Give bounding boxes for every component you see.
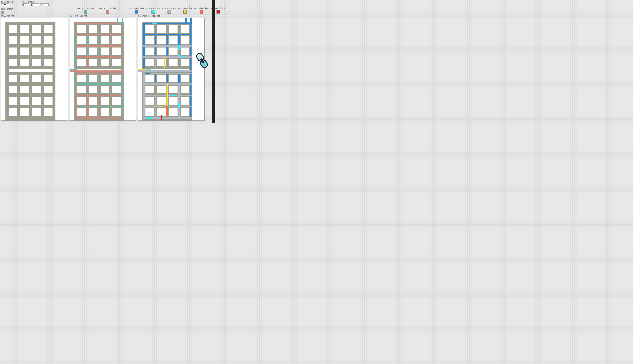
fiber-front-swatch[interactable] [84, 10, 87, 14]
svg-rect-38 [112, 25, 121, 33]
svg-rect-61 [89, 97, 97, 104]
svg-rect-21 [44, 74, 52, 82]
svg-rect-96 [169, 97, 178, 104]
svg-rect-70 [157, 25, 166, 33]
range-label: <120 数据点 灰色 [162, 7, 176, 10]
zoom-control-group: 输入：放大倍数 ▲▼ [1, 0, 14, 6]
svg-rect-25 [44, 86, 52, 94]
chevron-up-icon[interactable]: ▲ [22, 4, 24, 5]
pipe-color-swatch[interactable] [1, 11, 4, 14]
pan-x-input[interactable] [32, 4, 39, 6]
fiber-back-swatch[interactable] [106, 10, 109, 14]
svg-rect-95 [157, 97, 166, 104]
svg-rect-72 [181, 25, 189, 33]
svg-rect-46 [112, 48, 121, 55]
zoom-spinner[interactable]: ▲▼ [1, 4, 10, 6]
range-swatch [168, 10, 171, 14]
svg-rect-36 [89, 25, 97, 33]
chevron-down-icon[interactable]: ▼ [31, 5, 32, 6]
data-range-legend: <-300 数据点 蓝色 <-120 数据点 青色 <120 数据点 灰色 <4… [130, 7, 226, 14]
range-swatch [135, 10, 138, 14]
svg-rect-39 [77, 36, 86, 44]
svg-rect-55 [112, 74, 121, 82]
svg-rect-60 [77, 97, 86, 104]
svg-rect-78 [157, 48, 166, 55]
svg-rect-93 [181, 86, 189, 94]
svg-rect-33 [44, 108, 52, 116]
svg-rect-73 [146, 36, 154, 44]
range-label: <400 数据点 黄色 [178, 7, 192, 10]
pan-index-spinner[interactable]: ▲▼ [22, 4, 29, 6]
svg-rect-58 [100, 86, 109, 94]
pipe-color-group: 选择：管道颜色 [1, 8, 14, 14]
panel-3[interactable] [138, 18, 204, 120]
panel-2[interactable] [69, 18, 136, 120]
svg-rect-62 [100, 97, 109, 104]
svg-rect-14 [20, 59, 29, 66]
panels-row: 显示：管道 分布 [0, 15, 215, 120]
svg-rect-92 [169, 86, 178, 94]
chevron-up-icon[interactable]: ▲ [31, 4, 32, 5]
pan-x-spinner[interactable]: ▲▼ [30, 4, 39, 6]
svg-rect-94 [146, 97, 154, 104]
svg-rect-91 [157, 86, 166, 94]
svg-rect-16 [44, 59, 52, 66]
panel-1-title: 显示：管道 分布 [1, 15, 68, 17]
chevron-down-icon[interactable]: ▼ [22, 5, 24, 6]
app-root: 输入：放大倍数 ▲▼ 输入：平移图像 ▲▼ ▲▼ ▲ [0, 0, 215, 123]
pan-label: 输入：平移图像 [22, 0, 48, 3]
legend-row: 选择：管道颜色 选择：光纤 - 前段 颜色 选择：光纤 - 后段 颜色 <-30… [0, 6, 215, 15]
svg-rect-84 [181, 59, 189, 66]
svg-rect-48 [89, 59, 97, 66]
panel-3-svg [138, 18, 204, 120]
svg-rect-86 [146, 74, 154, 82]
svg-rect-29 [44, 97, 52, 104]
pan-control-group: 输入：平移图像 ▲▼ ▲▼ ▲▼ [22, 0, 48, 6]
svg-rect-10 [20, 48, 29, 55]
svg-rect-88 [169, 74, 178, 82]
svg-rect-76 [181, 36, 189, 44]
svg-rect-19 [20, 74, 29, 82]
chevron-down-icon[interactable]: ▼ [1, 5, 3, 6]
range-label: <-120 数据点 青色 [146, 7, 160, 10]
svg-rect-74 [157, 36, 166, 44]
svg-rect-53 [89, 74, 97, 82]
range-swatch [200, 10, 203, 14]
svg-rect-22 [9, 86, 17, 94]
svg-rect-50 [112, 59, 121, 66]
svg-rect-67 [112, 108, 121, 116]
svg-rect-56 [77, 86, 86, 94]
svg-rect-37 [100, 25, 109, 33]
svg-rect-81 [146, 59, 154, 66]
svg-rect-87 [157, 74, 166, 82]
svg-rect-13 [9, 59, 17, 66]
svg-rect-4 [44, 25, 52, 33]
pan-y-input[interactable] [42, 4, 48, 6]
panel-2-title: 显示：管道+光纤 分布 [69, 15, 136, 17]
range-swatch [184, 10, 187, 14]
range-swatch [216, 10, 220, 14]
svg-rect-31 [20, 108, 29, 116]
pan-y-spinner[interactable]: ▲▼ [40, 4, 48, 6]
svg-rect-63 [112, 97, 121, 104]
panel-3-wrap: 显示：管道+光纤+数据 分布 [138, 15, 204, 120]
panel-1-wrap: 显示：管道 分布 [1, 15, 68, 120]
chevron-up-icon[interactable]: ▲ [40, 4, 42, 5]
svg-rect-9 [9, 48, 17, 55]
chevron-down-icon[interactable]: ▼ [40, 5, 42, 6]
svg-rect-41 [100, 36, 109, 44]
panel-3-title: 显示：管道+光纤+数据 分布 [138, 15, 204, 17]
svg-rect-1 [9, 25, 17, 33]
svg-rect-83 [169, 59, 178, 66]
pan-index-input[interactable] [24, 4, 28, 6]
svg-rect-30 [9, 108, 17, 116]
chevron-up-icon[interactable]: ▲ [1, 4, 3, 5]
svg-rect-20 [32, 74, 41, 82]
svg-rect-40 [89, 36, 97, 44]
svg-rect-17 [9, 69, 52, 72]
svg-rect-52 [77, 74, 86, 82]
zoom-input[interactable] [3, 4, 9, 6]
panel-1[interactable] [1, 18, 68, 120]
svg-rect-49 [100, 59, 109, 66]
range-label: <-300 数据点 蓝色 [130, 7, 144, 10]
